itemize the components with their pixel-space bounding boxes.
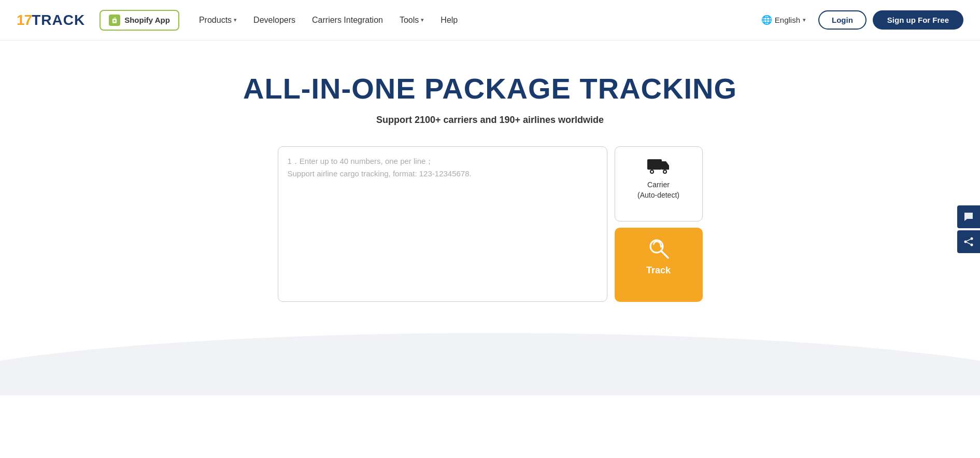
nav-products[interactable]: Products ▾ xyxy=(192,11,244,29)
svg-rect-2 xyxy=(647,159,662,170)
products-chevron-icon: ▾ xyxy=(234,17,237,23)
svg-point-5 xyxy=(651,171,653,173)
hero-subtitle: Support 2100+ carriers and 190+ airlines… xyxy=(376,115,604,126)
tracking-number-input[interactable] xyxy=(288,155,598,293)
nav-carriers[interactable]: Carriers Integration xyxy=(305,11,390,29)
nav-actions: 🌐 English ▾ Login Sign up For Free xyxy=(755,10,963,30)
track-label: Track xyxy=(646,265,671,276)
lang-chevron-icon: ▾ xyxy=(803,17,806,23)
shopify-label: Shopify App xyxy=(124,16,170,24)
chat-icon xyxy=(963,211,974,223)
shopify-app-button[interactable]: Shopify App xyxy=(100,10,179,31)
svg-line-14 xyxy=(967,242,970,244)
track-controls: Carrier (Auto-detect) Track xyxy=(615,146,703,302)
svg-line-13 xyxy=(967,239,970,241)
tracking-widget: Carrier (Auto-detect) Track xyxy=(278,146,703,302)
share-widget[interactable] xyxy=(957,230,980,253)
svg-point-6 xyxy=(664,171,666,173)
chat-widget[interactable] xyxy=(957,205,980,228)
svg-line-8 xyxy=(661,251,668,258)
navbar: 17 TRACK Shopify App Products ▾ Develope… xyxy=(0,0,980,40)
tracking-input-area xyxy=(278,146,607,302)
track-search-icon xyxy=(647,237,670,260)
hero-section: ALL-IN-ONE PACKAGE TRACKING Support 2100… xyxy=(0,40,980,343)
login-button[interactable]: Login xyxy=(818,10,867,30)
language-label: English xyxy=(775,16,800,24)
logo-number: 17 xyxy=(17,12,32,29)
carrier-select-button[interactable]: Carrier (Auto-detect) xyxy=(615,146,703,221)
svg-point-10 xyxy=(971,237,973,240)
tools-chevron-icon: ▾ xyxy=(421,17,424,23)
nav-tools[interactable]: Tools ▾ xyxy=(392,11,431,29)
nav-links: Products ▾ Developers Carriers Integrati… xyxy=(192,11,755,29)
logo[interactable]: 17 TRACK xyxy=(17,12,85,29)
globe-icon: 🌐 xyxy=(761,15,772,25)
nav-developers[interactable]: Developers xyxy=(246,11,303,29)
shopify-icon xyxy=(109,15,120,26)
truck-icon xyxy=(647,156,670,175)
svg-point-12 xyxy=(971,243,973,246)
share-icon xyxy=(963,237,974,247)
track-button[interactable]: Track xyxy=(615,228,703,302)
side-widgets xyxy=(957,205,980,253)
logo-text: TRACK xyxy=(32,12,85,29)
svg-point-11 xyxy=(964,240,967,243)
hero-title: ALL-IN-ONE PACKAGE TRACKING xyxy=(243,72,737,105)
signup-button[interactable]: Sign up For Free xyxy=(873,10,963,30)
language-button[interactable]: 🌐 English ▾ xyxy=(755,10,812,30)
carrier-label: Carrier (Auto-detect) xyxy=(637,180,679,200)
nav-help[interactable]: Help xyxy=(433,11,465,29)
